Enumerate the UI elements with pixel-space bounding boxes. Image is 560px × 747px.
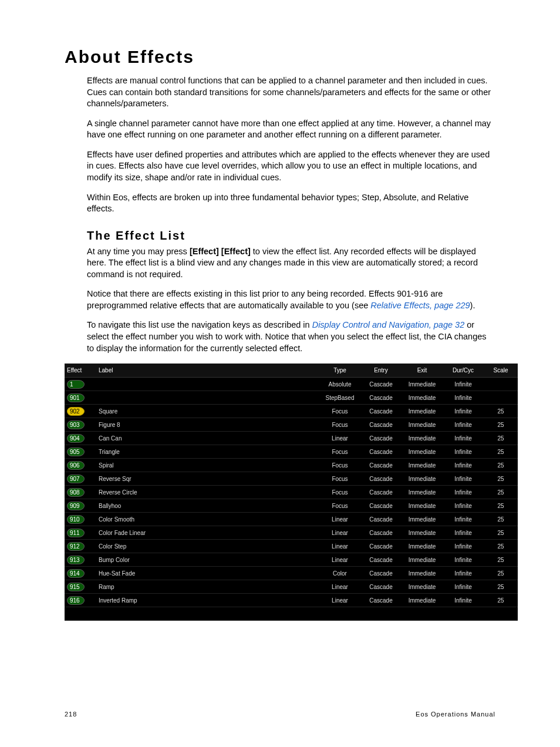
effect-entry-cell: Cascade (360, 445, 402, 459)
table-row[interactable]: 909BallyhooFocusCascadeImmediateInfinite… (65, 499, 518, 513)
effect-chip: 913 (67, 556, 85, 564)
text-run: ). (470, 301, 475, 310)
text-run: To navigate this list use the navigation… (87, 320, 312, 329)
table-row-empty (65, 607, 518, 621)
col-header-type: Type (319, 364, 360, 378)
effect-id-cell: 908 (65, 486, 96, 499)
effect-label-cell: Color Step (96, 540, 319, 553)
effect-chip: 910 (67, 515, 85, 524)
effect-list-paragraph-1: At any time you may press [Effect] [Effe… (87, 246, 495, 281)
effect-scale-cell (484, 378, 518, 391)
effect-chip: 911 (67, 529, 85, 537)
effect-exit-cell: Immediate (402, 405, 443, 418)
text-run: At any time you may press (87, 247, 190, 256)
effect-label-cell: Ballyhoo (96, 499, 319, 513)
effect-entry-cell: Cascade (360, 378, 402, 391)
table-row[interactable]: 907Reverse SqrFocusCascadeImmediateInfin… (65, 472, 518, 486)
effect-chip: 904 (67, 434, 85, 443)
effect-chip: 906 (67, 461, 85, 470)
effect-label-cell: Hue-Sat Fade (96, 567, 319, 580)
table-header-row: Effect Label Type Entry Exit Dur/Cyc Sca… (65, 364, 518, 378)
effect-id-cell: 907 (65, 472, 96, 486)
table-row[interactable]: 914Hue-Sat FadeColorCascadeImmediateInfi… (65, 567, 518, 580)
effect-dur-cell: Infinite (443, 499, 484, 513)
effect-id-cell: 912 (65, 540, 96, 553)
effect-scale-cell (484, 391, 518, 405)
effect-dur-cell: Infinite (443, 553, 484, 567)
effect-entry-cell: Cascade (360, 526, 402, 540)
effect-label-cell: Square (96, 405, 319, 418)
effect-dur-cell: Infinite (443, 513, 484, 526)
intro-paragraph-4: Within Eos, effects are broken up into t… (87, 192, 495, 215)
effect-scale-cell: 25 (484, 580, 518, 594)
link-display-control[interactable]: Display Control and Navigation, page 32 (312, 320, 465, 329)
effect-label-cell: Color Smooth (96, 513, 319, 526)
effect-id-cell: 916 (65, 594, 96, 607)
effect-entry-cell: Cascade (360, 567, 402, 580)
effect-entry-cell: Cascade (360, 499, 402, 513)
effect-label-cell (96, 378, 319, 391)
effect-chip: 914 (67, 569, 85, 578)
effect-exit-cell: Immediate (402, 580, 443, 594)
effect-exit-cell: Immediate (402, 486, 443, 499)
effect-entry-cell: Cascade (360, 553, 402, 567)
table-row[interactable]: 905TriangleFocusCascadeImmediateInfinite… (65, 445, 518, 459)
table-row[interactable]: 913Bump ColorLinearCascadeImmediateInfin… (65, 553, 518, 567)
effect-scale-cell: 25 (484, 513, 518, 526)
effect-chip: 909 (67, 502, 85, 510)
effect-exit-cell: Immediate (402, 513, 443, 526)
table-row[interactable]: 904Can CanLinearCascadeImmediateInfinite… (65, 432, 518, 445)
table-row[interactable]: 906SpiralFocusCascadeImmediateInfinite25 (65, 459, 518, 472)
effect-dur-cell: Infinite (443, 405, 484, 418)
effect-scale-cell: 25 (484, 486, 518, 499)
effect-chip: 915 (67, 583, 85, 591)
effect-exit-cell: Immediate (402, 418, 443, 432)
effect-scale-cell: 25 (484, 526, 518, 540)
effect-list-paragraph-2: Notice that there are effects existing i… (87, 288, 495, 311)
effect-label-cell: Spiral (96, 459, 319, 472)
effect-scale-cell: 25 (484, 567, 518, 580)
effect-label-cell: Triangle (96, 445, 319, 459)
table-row[interactable]: 901StepBasedCascadeImmediateInfinite (65, 391, 518, 405)
effect-id-cell: 1 (65, 378, 96, 391)
effect-label-cell: Ramp (96, 580, 319, 594)
key-sequence: [Effect] [Effect] (190, 247, 251, 256)
table-row[interactable]: 911Color Fade LinearLinearCascadeImmedia… (65, 526, 518, 540)
effect-id-cell: 911 (65, 526, 96, 540)
effect-label-cell: Color Fade Linear (96, 526, 319, 540)
link-relative-effects[interactable]: Relative Effects, page 229 (370, 301, 470, 310)
effect-chip: 907 (67, 475, 85, 483)
table-row[interactable]: 910Color SmoothLinearCascadeImmediateInf… (65, 513, 518, 526)
table-row[interactable]: 915RampLinearCascadeImmediateInfinite25 (65, 580, 518, 594)
col-header-exit: Exit (402, 364, 443, 378)
effect-dur-cell: Infinite (443, 567, 484, 580)
intro-paragraph-3: Effects have user defined properties and… (87, 149, 495, 184)
effect-type-cell: Linear (319, 553, 360, 567)
col-header-effect: Effect (65, 364, 96, 378)
effect-entry-cell: Cascade (360, 459, 402, 472)
effect-chip: 902 (67, 407, 85, 416)
intro-paragraph-1: Effects are manual control functions tha… (87, 75, 495, 110)
table-row[interactable]: 1AbsoluteCascadeImmediateInfinite (65, 378, 518, 391)
page-number: 218 (65, 711, 77, 718)
col-header-entry: Entry (360, 364, 402, 378)
table-row[interactable]: 912Color StepLinearCascadeImmediateInfin… (65, 540, 518, 553)
table-row[interactable]: 902SquareFocusCascadeImmediateInfinite25 (65, 405, 518, 418)
effect-type-cell: Focus (319, 499, 360, 513)
effect-id-cell: 906 (65, 459, 96, 472)
table-row[interactable]: 908Reverse CircleFocusCascadeImmediateIn… (65, 486, 518, 499)
section-title-effect-list: The Effect List (87, 229, 495, 243)
effect-id-cell: 902 (65, 405, 96, 418)
effect-exit-cell: Immediate (402, 526, 443, 540)
effect-label-cell: Figure 8 (96, 418, 319, 432)
table-row[interactable]: 903Figure 8FocusCascadeImmediateInfinite… (65, 418, 518, 432)
effect-chip: 901 (67, 393, 85, 402)
intro-paragraph-2: A single channel parameter cannot have m… (87, 118, 495, 141)
effect-dur-cell: Infinite (443, 459, 484, 472)
table-row[interactable]: 916Inverted RampLinearCascadeImmediateIn… (65, 594, 518, 607)
effect-dur-cell: Infinite (443, 432, 484, 445)
effect-label-cell: Reverse Circle (96, 486, 319, 499)
effect-label-cell: Can Can (96, 432, 319, 445)
effect-type-cell: Focus (319, 418, 360, 432)
effect-label-cell (96, 391, 319, 405)
